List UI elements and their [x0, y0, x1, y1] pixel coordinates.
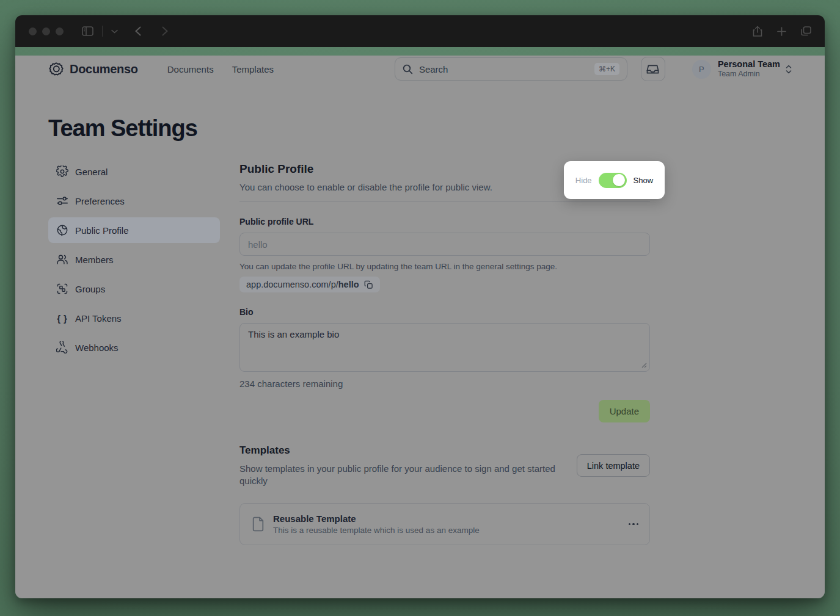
- main-nav: Documents Templates: [167, 64, 274, 74]
- toggle-spotlight: Hide Show: [564, 161, 665, 199]
- update-button[interactable]: Update: [599, 400, 650, 422]
- back-icon[interactable]: [135, 26, 141, 36]
- sidebar-item-label: Members: [75, 255, 114, 265]
- forward-icon[interactable]: [162, 26, 168, 36]
- account-menu[interactable]: P Personal Team Team Admin: [692, 59, 792, 79]
- brand[interactable]: Documenso: [48, 61, 138, 77]
- avatar-initial: P: [699, 65, 704, 74]
- group-icon: [56, 283, 68, 295]
- titlebar-divider: [102, 26, 103, 37]
- sidebar-item-api-tokens[interactable]: { } API Tokens: [48, 305, 220, 331]
- bio-field-label: Bio: [239, 307, 650, 317]
- avatar: P: [692, 60, 711, 79]
- templates-section: Templates Show templates in your public …: [239, 444, 650, 545]
- page-title: Team Settings: [48, 115, 792, 142]
- sidebar-item-members[interactable]: Members: [48, 247, 220, 272]
- search-box[interactable]: ⌘+K: [395, 57, 627, 81]
- nav-templates[interactable]: Templates: [232, 64, 274, 74]
- url-preview-base: app.documenso.com/p/: [246, 280, 338, 289]
- share-icon[interactable]: [753, 26, 762, 37]
- inbox-button[interactable]: [641, 57, 665, 81]
- bio-textarea[interactable]: This is an example bio: [239, 323, 650, 372]
- profile-visibility-toggle[interactable]: [599, 173, 627, 188]
- inbox-icon: [646, 63, 659, 75]
- search-icon: [403, 64, 414, 74]
- toggle-hide-label: Hide: [575, 176, 592, 185]
- chevrons-up-down-icon: [786, 65, 792, 74]
- sidebar-item-label: Webhooks: [75, 342, 119, 353]
- globe-icon: [56, 224, 68, 236]
- users-icon: [56, 253, 68, 266]
- toggle-show-label: Show: [634, 176, 654, 185]
- sliders-icon: [56, 195, 68, 207]
- copy-icon: [364, 280, 373, 289]
- template-name: Reusable Template: [273, 513, 480, 524]
- settings-main: Public Profile You can choose to enable …: [239, 159, 650, 545]
- account-role: Team Admin: [718, 70, 780, 79]
- search-shortcut-badge: ⌘+K: [594, 63, 619, 75]
- url-preview-slug: hello: [338, 280, 359, 289]
- templates-title: Templates: [239, 444, 560, 457]
- new-tab-icon[interactable]: [777, 27, 786, 36]
- sidebar-item-groups[interactable]: Groups: [48, 276, 220, 302]
- gear-icon: [56, 165, 68, 178]
- sidebar-item-label: Groups: [75, 284, 105, 294]
- copy-url-button[interactable]: [364, 280, 373, 289]
- toggle-knob: [613, 174, 625, 186]
- browser-titlebar: [15, 15, 825, 47]
- chevron-down-icon[interactable]: [111, 29, 118, 34]
- file-icon: [251, 516, 265, 532]
- app-page: Documenso Documents Templates ⌘+K: [15, 56, 825, 598]
- zoom-window-icon[interactable]: [56, 27, 64, 35]
- sidebar-item-label: API Tokens: [75, 313, 122, 324]
- settings-sidebar: General Preferences: [48, 159, 220, 545]
- documenso-logo-icon: [48, 61, 64, 77]
- sidebar-item-general[interactable]: General: [48, 159, 220, 184]
- sidebar-item-label: Preferences: [75, 196, 125, 206]
- profile-url-preview: app.documenso.com/p/hello: [239, 277, 380, 292]
- sidebar-item-public-profile[interactable]: Public Profile: [48, 217, 220, 243]
- braces-icon: { }: [56, 313, 68, 324]
- template-menu-button[interactable]: [629, 523, 639, 526]
- minimize-window-icon[interactable]: [42, 27, 50, 35]
- template-description: This is a reusable template which is use…: [273, 526, 480, 535]
- link-template-button[interactable]: Link template: [577, 454, 650, 477]
- url-field-label: Public profile URL: [239, 217, 650, 226]
- nav-documents[interactable]: Documents: [167, 64, 214, 74]
- browser-window: Documenso Documents Templates ⌘+K: [15, 15, 825, 598]
- sidebar-item-webhooks[interactable]: Webhooks: [48, 335, 220, 360]
- webhook-icon: [56, 341, 68, 353]
- tab-overview-icon[interactable]: [801, 26, 811, 36]
- profile-url-input[interactable]: [239, 233, 650, 256]
- close-window-icon[interactable]: [29, 27, 37, 35]
- sidebar-item-label: General: [75, 167, 108, 177]
- template-card[interactable]: Reusable Template This is a reusable tem…: [239, 503, 650, 545]
- resize-handle-icon[interactable]: [641, 363, 647, 368]
- characters-remaining: 234 characters remaining: [239, 379, 650, 389]
- sidebar-item-label: Public Profile: [75, 225, 129, 236]
- app-header: Documenso Documents Templates ⌘+K: [48, 56, 792, 82]
- sidebar-item-preferences[interactable]: Preferences: [48, 188, 220, 214]
- sidebar-toggle-icon[interactable]: [82, 26, 93, 36]
- brand-name: Documenso: [70, 62, 138, 76]
- account-name: Personal Team: [718, 59, 780, 70]
- ellipsis-icon: [629, 523, 631, 526]
- search-input[interactable]: [419, 64, 589, 74]
- section-divider: [239, 201, 650, 202]
- templates-description: Show templates in your public profile fo…: [239, 463, 560, 487]
- url-help-text: You can update the profile URL by updati…: [239, 262, 650, 271]
- traffic-lights: [29, 27, 64, 35]
